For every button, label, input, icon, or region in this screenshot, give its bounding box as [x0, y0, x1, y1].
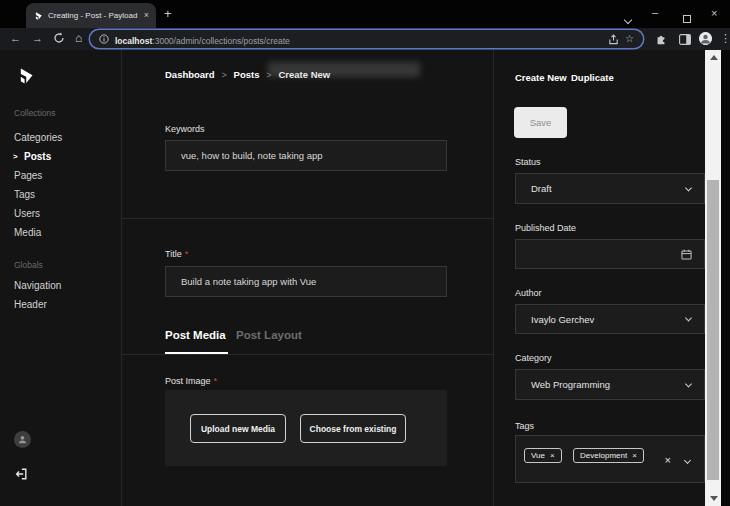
payload-favicon-icon — [33, 11, 43, 21]
url-bar[interactable]: localhost:3000/admin/collections/posts/c… — [90, 30, 643, 48]
chevron-right-icon: > — [13, 152, 18, 161]
post-image-label: Post Image* — [165, 376, 217, 386]
url-path: :3000/admin/collections/posts/create — [152, 36, 290, 46]
chevron-down-icon[interactable] — [684, 457, 691, 464]
site-info-icon[interactable] — [99, 34, 109, 44]
active-tab-underline — [165, 352, 228, 354]
share-icon[interactable] — [608, 34, 619, 45]
status-select[interactable]: Draft — [515, 173, 705, 204]
minimize-button[interactable]: – — [652, 6, 658, 18]
author-label: Author — [515, 288, 542, 298]
breadcrumb: Dashboard > Posts > Create New — [165, 69, 330, 80]
back-button[interactable]: ← — [10, 33, 21, 44]
sidebar-item-navigation[interactable]: Navigation — [14, 280, 61, 291]
choose-from-existing-button[interactable]: Choose from existing — [300, 414, 406, 443]
browser-tab[interactable]: Creating - Post - Payload × — [26, 3, 156, 28]
tab-title: Creating - Post - Payload — [48, 11, 139, 20]
sidebar-item-pages[interactable]: Pages — [14, 170, 42, 181]
chevron-down-icon — [685, 380, 692, 387]
bookmark-star-icon[interactable]: ☆ — [625, 34, 634, 44]
clear-tags-icon[interactable]: × — [665, 455, 671, 466]
status-value: Draft — [531, 183, 552, 194]
status-label: Status — [515, 157, 541, 167]
globals-group-label: Globals — [14, 260, 43, 270]
account-avatar-icon[interactable] — [14, 431, 31, 448]
remove-tag-icon[interactable]: × — [632, 452, 637, 460]
side-panel-icon[interactable] — [679, 34, 691, 45]
browser-menu-icon[interactable]: ⋮ — [720, 33, 730, 44]
tabs-divider — [122, 354, 493, 355]
required-asterisk: * — [185, 249, 189, 259]
logout-icon[interactable] — [14, 467, 28, 481]
reload-button[interactable] — [53, 32, 65, 44]
sidebar-item-tags[interactable]: Tags — [14, 189, 35, 200]
remove-tag-icon[interactable]: × — [550, 452, 555, 460]
breadcrumb-separator-icon: > — [222, 70, 227, 80]
title-input[interactable] — [165, 266, 447, 297]
collections-group-label: Collections — [14, 108, 56, 118]
tab-close-icon[interactable]: × — [144, 11, 149, 20]
tags-label: Tags — [515, 421, 534, 431]
category-select[interactable]: Web Programming — [515, 369, 705, 400]
tab-post-layout[interactable]: Post Layout — [236, 329, 302, 341]
url-text: localhost:3000/admin/collections/posts/c… — [115, 30, 290, 48]
breadcrumb-current: Create New — [278, 69, 330, 80]
tag-chip-vue[interactable]: Vue × — [524, 448, 562, 463]
chevron-down-icon — [685, 184, 692, 191]
author-value: Ivaylo Gerchev — [531, 314, 594, 325]
tab-strip: Creating - Post - Payload × + – × — [0, 0, 730, 28]
keywords-input[interactable] — [165, 140, 447, 171]
browser-window: Creating - Post - Payload × + – × ← → ⌂ … — [0, 0, 730, 506]
chevron-down-icon — [685, 314, 692, 321]
tab-post-media[interactable]: Post Media — [165, 329, 226, 341]
breadcrumb-separator-icon: > — [266, 70, 271, 80]
scrollbar-up-arrow[interactable] — [710, 55, 718, 60]
url-host: localhost — [115, 36, 152, 46]
breadcrumb-dashboard[interactable]: Dashboard — [165, 69, 215, 80]
section-divider — [122, 218, 493, 219]
new-tab-button[interactable]: + — [164, 7, 172, 20]
window-close-button[interactable]: × — [711, 7, 717, 19]
forward-button[interactable]: → — [32, 33, 43, 44]
author-select[interactable]: Ivaylo Gerchev — [515, 304, 705, 334]
scrollbar-down-arrow[interactable] — [710, 496, 718, 501]
breadcrumb-posts[interactable]: Posts — [234, 69, 260, 80]
home-button[interactable]: ⌂ — [75, 32, 82, 44]
sidebar-divider — [121, 50, 122, 506]
payload-logo-icon[interactable] — [15, 66, 35, 86]
window-right-edge — [721, 50, 730, 506]
keywords-label: Keywords — [165, 124, 205, 134]
maximize-button[interactable] — [683, 9, 691, 27]
extensions-puzzle-icon[interactable] — [655, 33, 667, 45]
duplicate-link[interactable]: Duplicate — [571, 72, 614, 83]
sidebar-item-users[interactable]: Users — [14, 208, 40, 219]
profile-avatar-icon[interactable] — [699, 32, 712, 45]
create-new-link[interactable]: Create New — [515, 72, 567, 83]
panel-divider — [493, 50, 494, 506]
save-button[interactable]: Save — [514, 107, 567, 138]
sidebar-item-header[interactable]: Header — [14, 299, 47, 310]
title-label: Title* — [165, 249, 188, 259]
tag-chip-development[interactable]: Development × — [573, 448, 644, 463]
calendar-icon — [681, 249, 692, 260]
sidebar-item-categories[interactable]: Categories — [14, 132, 62, 143]
scrollbar-thumb[interactable] — [707, 180, 719, 480]
tags-multiselect[interactable]: Vue × Development × × — [515, 435, 705, 483]
category-value: Web Programming — [531, 379, 610, 390]
sidebar-item-posts[interactable]: Posts — [24, 151, 51, 162]
upload-new-media-button[interactable]: Upload new Media — [190, 414, 286, 443]
tab-search-chevron-icon[interactable] — [625, 9, 631, 27]
sidebar-item-media[interactable]: Media — [14, 227, 41, 238]
category-label: Category — [515, 353, 552, 363]
required-asterisk: * — [214, 376, 218, 386]
published-date-label: Published Date — [515, 223, 576, 233]
published-date-input[interactable] — [515, 239, 705, 269]
